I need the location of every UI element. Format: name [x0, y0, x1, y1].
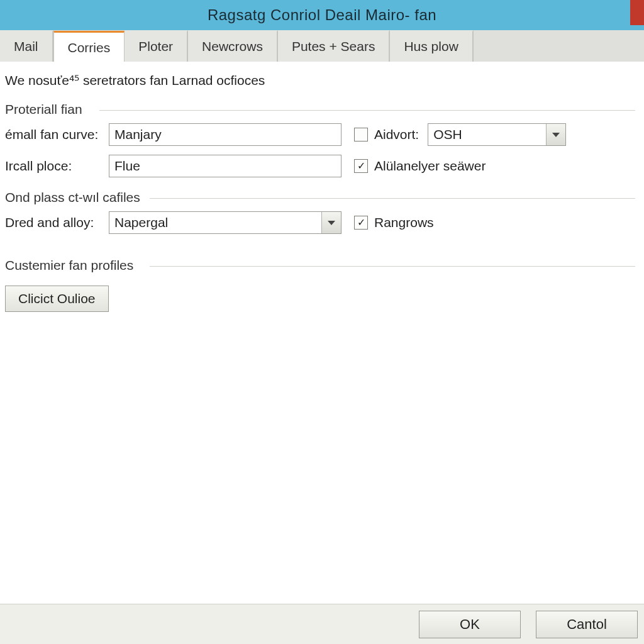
- tab-label: Hus plow: [404, 39, 458, 54]
- tab-strip: Mail Corries Ploter Newcrows Putes + Sea…: [0, 30, 644, 62]
- check-aidvort-wrap: ✓ Aidvort:: [354, 127, 419, 142]
- tab-husplow[interactable]: Hus plow: [390, 30, 473, 62]
- combo-napergal[interactable]: Napergal: [109, 211, 341, 234]
- window-body: Mail Corries Ploter Newcrows Putes + Sea…: [0, 30, 644, 644]
- checkbox-aidvort[interactable]: ✓: [354, 128, 368, 142]
- button-label: OK: [460, 616, 480, 633]
- check-label-alilanelyer: Alülanelyer seäwer: [374, 158, 486, 174]
- input-fan-curve[interactable]: Manjary: [109, 123, 341, 146]
- row-ircall-ploce: Ircall ploce: Flue ✓ Alülanelyer seäwer: [5, 155, 639, 177]
- titlebar: Ragsatg Conriol Deail Mairo- fan: [0, 0, 644, 30]
- input-ircall[interactable]: Flue: [109, 155, 341, 177]
- tab-mail[interactable]: Mail: [0, 30, 53, 62]
- chevron-down-icon[interactable]: [321, 212, 341, 233]
- page-description: We nosuťe⁴⁵ seretrators fan Larnad ocfio…: [5, 73, 639, 88]
- close-icon[interactable]: [630, 0, 644, 25]
- check-alilanelyer-wrap: ✓ Alülanelyer seäwer: [354, 158, 486, 174]
- tab-newcrows[interactable]: Newcrows: [188, 30, 278, 62]
- row-dred-alloy: Dred and alloy: Napergal ✓ Rangrows: [5, 211, 639, 234]
- label-dred-alloy: Dred and alloy:: [5, 215, 109, 230]
- tab-label: Mail: [14, 39, 38, 54]
- label-fan-curve: émall fan curve:: [5, 127, 109, 142]
- chevron-down-icon[interactable]: [546, 124, 565, 145]
- input-value: Flue: [114, 158, 140, 174]
- dialog-footer: OK Cantol: [0, 604, 644, 644]
- check-label-aidvort: Aidvort:: [374, 127, 419, 142]
- input-value: Manjary: [114, 127, 162, 142]
- row-fan-curve: émall fan curve: Manjary ✓ Aidvort: OSH: [5, 123, 639, 146]
- tab-label: Putes + Sears: [292, 39, 375, 54]
- button-label: Clicict Oulioe: [18, 291, 96, 306]
- tab-ploter[interactable]: Ploter: [125, 30, 188, 62]
- section-proteriall: Proteriall fian: [5, 102, 639, 117]
- section-profiles: Custemier fan profiles: [5, 258, 639, 273]
- combo-value: Napergal: [114, 215, 168, 230]
- tab-label: Ploter: [138, 39, 173, 54]
- button-clicict-oulioe[interactable]: Clicict Oulioe: [5, 286, 109, 312]
- tab-putes[interactable]: Putes + Sears: [278, 30, 391, 62]
- tab-label: Corries: [68, 40, 111, 55]
- tab-label: Newcrows: [202, 39, 263, 54]
- button-label: Cantol: [567, 616, 607, 633]
- cancel-button[interactable]: Cantol: [536, 611, 638, 638]
- tab-corries[interactable]: Corries: [53, 31, 125, 62]
- combo-value: OSH: [433, 127, 462, 142]
- checkbox-alilanelyer[interactable]: ✓: [354, 159, 368, 173]
- check-rangrows-wrap: ✓ Rangrows: [354, 215, 434, 230]
- checkbox-rangrows[interactable]: ✓: [354, 216, 368, 230]
- ok-button[interactable]: OK: [419, 611, 521, 638]
- check-label-rangrows: Rangrows: [374, 215, 434, 230]
- section-plass: Ond plass ct-wıl cafiles: [5, 190, 639, 205]
- window-title: Ragsatg Conriol Deail Mairo- fan: [208, 6, 436, 24]
- tab-content: We nosuťe⁴⁵ seretrators fan Larnad ocfio…: [0, 62, 644, 644]
- label-ircall: Ircall ploce:: [5, 158, 109, 174]
- combo-osh[interactable]: OSH: [428, 123, 566, 146]
